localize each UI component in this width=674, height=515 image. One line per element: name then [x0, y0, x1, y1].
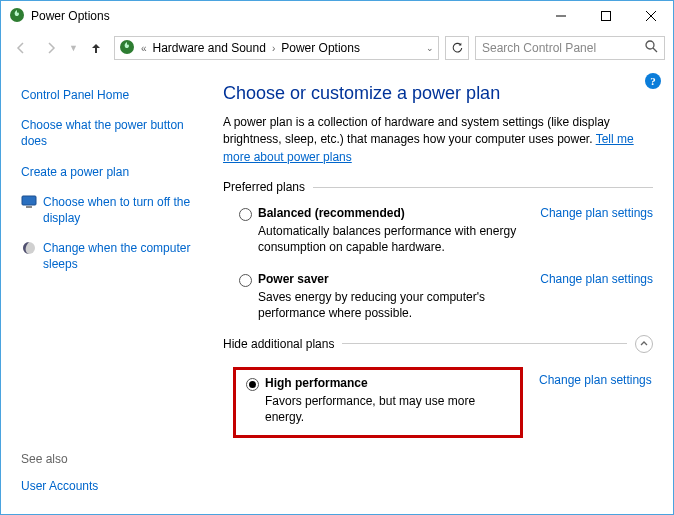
- plan-power-saver[interactable]: Power saver Saves energy by reducing you…: [223, 270, 653, 335]
- create-power-plan-link[interactable]: Create a power plan: [21, 164, 209, 180]
- moon-icon: [21, 240, 37, 272]
- window-title: Power Options: [31, 9, 110, 23]
- forward-button[interactable]: [39, 36, 63, 60]
- plan-desc: Automatically balances performance with …: [258, 223, 532, 255]
- breadcrumb[interactable]: Hardware and Sound: [152, 41, 265, 55]
- highlighted-plan-box: High performance Favors performance, but…: [233, 367, 523, 438]
- hide-additional-plans-heading[interactable]: Hide additional plans: [223, 335, 653, 353]
- change-plan-settings-link[interactable]: Change plan settings: [540, 206, 653, 220]
- maximize-button[interactable]: [583, 2, 628, 31]
- plan-balanced[interactable]: Balanced (recommended) Automatically bal…: [223, 204, 653, 269]
- search-placeholder: Search Control Panel: [482, 41, 645, 55]
- radio-power-saver[interactable]: [239, 274, 252, 287]
- plan-name: High performance: [265, 376, 510, 390]
- turn-off-display-link[interactable]: Choose when to turn off the display: [43, 194, 209, 226]
- see-also-label: See also: [21, 452, 209, 466]
- up-button[interactable]: [84, 36, 108, 60]
- back-button[interactable]: [9, 36, 33, 60]
- preferred-plans-heading: Preferred plans: [223, 180, 653, 194]
- minimize-button[interactable]: [538, 2, 583, 31]
- sidebar: Control Panel Home Choose what the power…: [9, 79, 215, 506]
- power-options-icon: [119, 39, 135, 58]
- control-panel-home-link[interactable]: Control Panel Home: [21, 87, 209, 103]
- svg-rect-8: [22, 196, 36, 205]
- plan-name: Power saver: [258, 272, 532, 286]
- titlebar: Power Options: [1, 1, 673, 31]
- search-box[interactable]: Search Control Panel: [475, 36, 665, 60]
- help-icon[interactable]: ?: [645, 73, 661, 89]
- plan-desc: Saves energy by reducing your computer's…: [258, 289, 532, 321]
- user-accounts-link[interactable]: User Accounts: [21, 478, 209, 494]
- change-plan-settings-link[interactable]: Change plan settings: [539, 373, 652, 387]
- plan-high-performance[interactable]: High performance Favors performance, but…: [246, 376, 510, 425]
- plan-name: Balanced (recommended): [258, 206, 532, 220]
- change-plan-settings-link[interactable]: Change plan settings: [540, 272, 653, 286]
- navbar: ▼ « Hardware and Sound › Power Options ⌄…: [1, 31, 673, 65]
- page-title: Choose or customize a power plan: [223, 83, 653, 104]
- svg-rect-2: [601, 12, 610, 21]
- search-icon[interactable]: [645, 40, 658, 56]
- address-dropdown-icon[interactable]: ⌄: [426, 43, 434, 53]
- close-button[interactable]: [628, 2, 673, 31]
- address-bar[interactable]: « Hardware and Sound › Power Options ⌄: [114, 36, 439, 60]
- plan-desc: Favors performance, but may use more ene…: [265, 393, 510, 425]
- chevron-right-icon[interactable]: ›: [270, 43, 277, 54]
- svg-point-6: [646, 41, 654, 49]
- refresh-button[interactable]: [445, 36, 469, 60]
- radio-high-performance[interactable]: [246, 378, 259, 391]
- content-area: Control Panel Home Choose what the power…: [1, 65, 673, 514]
- svg-line-7: [653, 48, 657, 52]
- monitor-icon: [21, 194, 37, 226]
- svg-rect-9: [26, 206, 32, 208]
- intro-text: A power plan is a collection of hardware…: [223, 114, 653, 166]
- collapse-icon[interactable]: [635, 335, 653, 353]
- radio-balanced[interactable]: [239, 208, 252, 221]
- window: Power Options ▼ « Hardware and Sound › P…: [0, 0, 674, 515]
- choose-power-button-link[interactable]: Choose what the power button does: [21, 117, 209, 149]
- main-panel: Choose or customize a power plan A power…: [215, 79, 665, 506]
- breadcrumb[interactable]: Power Options: [281, 41, 360, 55]
- computer-sleeps-link[interactable]: Change when the computer sleeps: [43, 240, 209, 272]
- chevron-right-icon[interactable]: «: [139, 43, 149, 54]
- power-options-icon: [9, 7, 25, 26]
- recent-dropdown-icon[interactable]: ▼: [69, 43, 78, 53]
